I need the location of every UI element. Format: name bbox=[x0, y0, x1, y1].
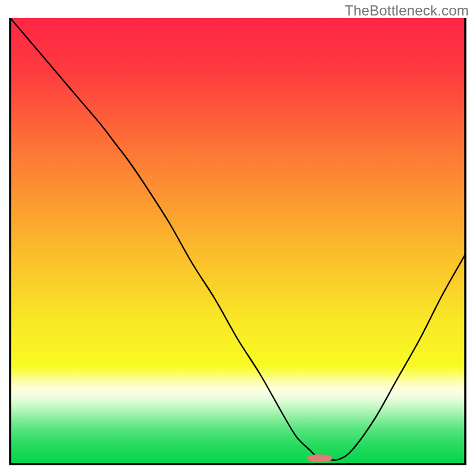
gradient-background bbox=[10, 18, 465, 464]
chart-svg bbox=[0, 0, 476, 476]
optimal-marker bbox=[307, 455, 333, 463]
chart-frame: TheBottleneck.com bbox=[0, 0, 476, 476]
watermark-text: TheBottleneck.com bbox=[345, 2, 469, 19]
